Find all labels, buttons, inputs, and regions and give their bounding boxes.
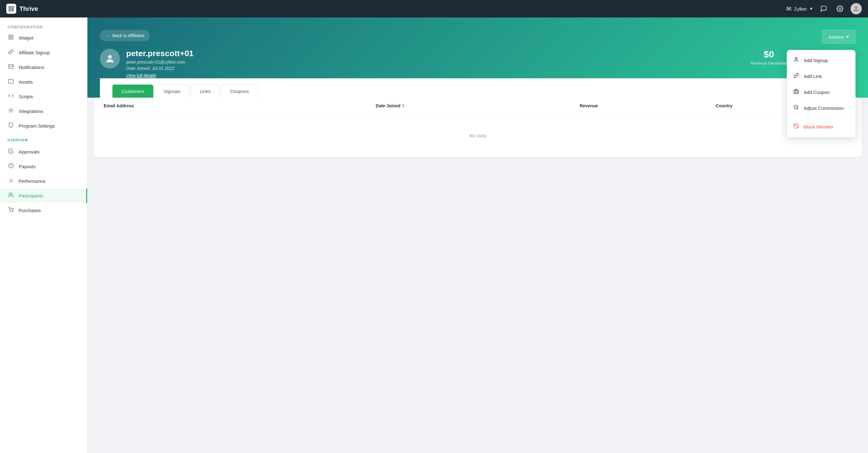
svg-rect-3 [12,9,14,11]
affiliate-date-joined: Date Joined: Jul 01 2022 [126,66,194,71]
tab-signups[interactable]: Signups [155,85,189,98]
sidebar-item-program-settings[interactable]: Program Settings [0,119,87,133]
nav-brand: Thrive [6,4,38,14]
svg-rect-9 [11,38,13,39]
sidebar-item-scripts[interactable]: Scripts [0,89,87,104]
tabs-bar: Customers Signups Links Coupons [100,78,856,98]
svg-point-15 [9,193,11,195]
affiliate-hero: ← Back to Affiliates Actions ▾ peter.pre… [87,18,868,98]
performance-icon [7,177,14,185]
affiliate-info: peter.prescott+01 peter.prescott+01@zylk… [126,49,194,78]
sidebar-item-payouts[interactable]: Payouts [0,159,87,174]
col-revenue-label: Revenue [580,103,598,108]
settings-button[interactable] [834,3,845,14]
sidebar-item-purchases[interactable]: Purchases [0,203,87,218]
adjust-commission-label: Adjust Commission [804,105,844,111]
app-layout: CONFIGURATION Widget Affiliate Signup No… [0,0,868,453]
sidebar-item-notifications[interactable]: Notifications [0,60,87,74]
revenue-value: $0 [751,49,787,60]
participants-icon [7,192,14,199]
svg-point-16 [10,212,11,212]
customers-table: Email Address Date Joined ⇅ Revenue Coun… [94,98,862,157]
app-title: Thrive [19,5,38,12]
affiliate-name: peter.prescott+01 [126,49,194,58]
sidebar-item-participants[interactable]: Participants [0,188,87,203]
top-navigation: Thrive ✉ Zylker ▼ [0,0,868,18]
sidebar: CONFIGURATION Widget Affiliate Signup No… [0,18,87,453]
svg-rect-20 [794,90,799,94]
adjust-commission-icon [793,104,799,112]
company-selector[interactable]: ✉ Zylker ▼ [786,5,813,12]
sidebar-item-affiliate-signup[interactable]: Affiliate Signup [0,45,87,60]
sidebar-label-payouts: Payouts [19,164,36,169]
svg-line-22 [797,108,798,109]
sidebar-item-approvals[interactable]: Approvals [0,144,87,159]
widget-icon [7,34,14,41]
add-coupon-label: Add Coupon [804,90,830,95]
approvals-icon [7,148,14,155]
back-to-affiliates-button[interactable]: ← Back to Affiliates [100,30,150,41]
avatar [100,49,120,69]
sidebar-label-assets: Assets [19,79,33,85]
company-name: Zylker [794,6,807,11]
tab-links[interactable]: Links [191,85,220,98]
sidebar-label-approvals: Approvals [19,149,40,155]
dropdown-item-add-link[interactable]: Add Link [787,68,856,84]
col-date-joined[interactable]: Date Joined ⇅ [376,103,580,108]
revenue-label: Revenue Generated [751,61,787,66]
table-empty-state: No Data [94,114,862,157]
affiliate-email: peter.prescott+01@zylker.com [126,60,194,65]
svg-point-18 [108,55,112,59]
sidebar-item-integrations[interactable]: Integrations [0,104,87,119]
sort-icon: ⇅ [402,104,405,108]
sidebar-item-performance[interactable]: Performance [0,174,87,188]
add-link-icon [793,73,799,80]
svg-rect-1 [12,6,14,8]
sidebar-item-assets[interactable]: Assets [0,74,87,89]
sidebar-label-participants: Participants [19,193,43,198]
tab-coupons[interactable]: Coupons [221,85,258,98]
dropdown-item-block-member[interactable]: Block Member [787,119,856,135]
app-logo [6,4,16,14]
svg-rect-0 [9,6,11,8]
sidebar-label-purchases: Purchases [19,208,41,213]
chevron-down-icon: ▼ [809,6,813,11]
dropdown-item-add-signup[interactable]: Add Signup [787,53,856,68]
svg-point-19 [795,57,797,59]
messages-button[interactable] [818,3,829,14]
svg-rect-2 [9,9,11,11]
col-revenue: Revenue [580,103,716,108]
sidebar-label-program-settings: Program Settings [19,123,55,129]
sidebar-label-notifications: Notifications [19,65,44,70]
assets-icon [7,78,14,86]
add-coupon-icon [793,89,799,96]
scripts-icon [7,93,14,100]
dropdown-item-add-coupon[interactable]: Add Coupon [787,84,856,100]
company-icon: ✉ [786,5,792,12]
actions-button[interactable]: Actions ▾ [822,30,856,44]
svg-line-25 [795,125,798,128]
add-signup-label: Add Signup [804,58,828,63]
user-avatar[interactable] [850,3,862,14]
integrations-icon [7,108,14,115]
block-member-icon [793,123,799,130]
table-header: Email Address Date Joined ⇅ Revenue Coun… [94,98,862,114]
svg-rect-7 [11,35,13,36]
back-button-label: Back to Affiliates [113,33,144,38]
svg-rect-8 [9,38,10,39]
tab-customers[interactable]: Customers [113,85,153,98]
col-email: Email Address [104,103,376,108]
sidebar-label-widget: Widget [19,35,33,40]
dropdown-divider [787,117,856,118]
sidebar-item-widget[interactable]: Widget [0,31,87,45]
dropdown-item-adjust-commission[interactable]: Adjust Commission [787,100,856,116]
view-full-details-link[interactable]: View full details [126,73,156,78]
svg-point-5 [855,6,857,9]
back-arrow-icon: ← [105,33,110,38]
svg-point-10 [10,110,12,111]
nav-actions: ✉ Zylker ▼ [786,3,862,14]
add-signup-icon [793,57,799,64]
sidebar-config-label: CONFIGURATION [0,21,87,31]
program-settings-icon [7,122,14,129]
sidebar-label-performance: Performance [19,179,45,184]
